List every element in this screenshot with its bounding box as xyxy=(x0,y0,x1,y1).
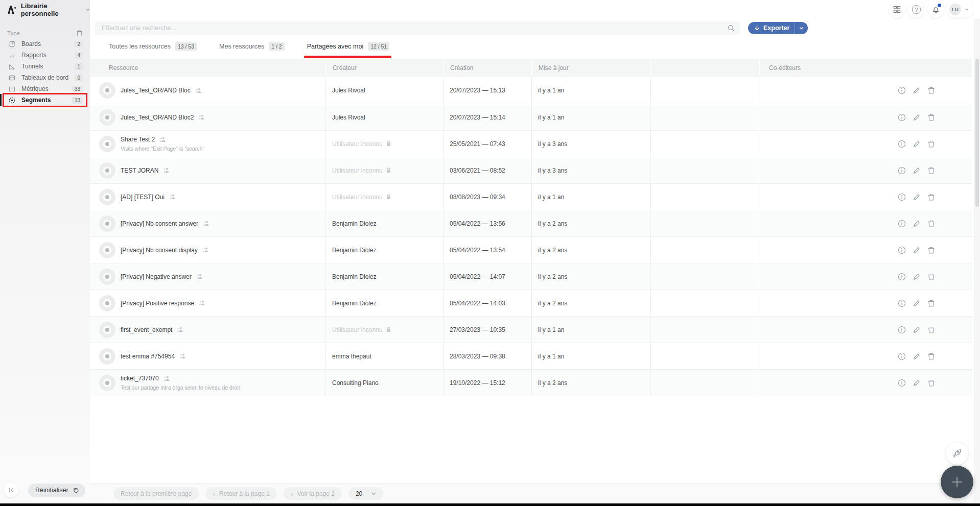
table-row[interactable]: test emma #754954 emma thepaut 28/03/202… xyxy=(90,343,972,369)
table-row[interactable]: [AD] [TEST] Oui Utilisateur inconnu 08/0… xyxy=(90,183,972,210)
delete-trash-icon[interactable] xyxy=(927,246,935,254)
info-icon[interactable] xyxy=(898,140,906,148)
info-icon[interactable] xyxy=(898,273,906,281)
search-bar[interactable] xyxy=(95,21,740,35)
delete-trash-icon[interactable] xyxy=(927,220,935,228)
clear-filter-trash-icon[interactable] xyxy=(76,30,83,37)
resource-name: [Privacy] Nb consent display xyxy=(121,247,198,254)
tab-partagees-avec-moi[interactable]: Partagées avec moi 12 / 51 xyxy=(307,42,390,52)
first-page-button[interactable]: Retour à la première page xyxy=(113,487,199,500)
page-size-value: 20 xyxy=(356,490,367,497)
delete-trash-icon[interactable] xyxy=(927,273,935,281)
resource-name: Jules_Test_OR/AND Bloc2 xyxy=(121,114,194,121)
table-row[interactable]: Share Test 2 Visits where "Exit Page" is… xyxy=(90,130,972,157)
edit-pencil-icon[interactable] xyxy=(913,113,921,122)
table-row[interactable]: TEST JORAN Utilisateur inconnu 03/06/202… xyxy=(90,157,972,183)
sidebar-item-rapports[interactable]: Rapports 4 xyxy=(0,50,90,61)
scrollbar-thumb[interactable] xyxy=(975,59,979,207)
lock-icon xyxy=(386,141,391,147)
table-row[interactable]: Jules_Test_OR/AND Bloc2 Jules Rivoal 20/… xyxy=(90,104,972,130)
edit-pencil-icon[interactable] xyxy=(913,273,921,281)
count-badge: 1 xyxy=(75,63,83,70)
column-header-coeditors: Co-éditeurs xyxy=(759,59,972,77)
edit-pencil-icon[interactable] xyxy=(913,326,921,334)
resource-name: ticket_737070 xyxy=(121,375,159,382)
help-button[interactable]: ? xyxy=(908,1,925,18)
creation-date-cell: 19/10/2022 — 15:12 xyxy=(443,370,531,396)
dashboard-icon xyxy=(8,74,16,82)
export-options-button[interactable] xyxy=(795,22,808,34)
table-row[interactable]: Jules_Test_OR/AND Bloc Jules Rivoal 20/0… xyxy=(90,77,972,104)
sidebar-item-metriques[interactable]: Métriques 33 xyxy=(0,83,90,94)
segment-icon xyxy=(99,348,115,365)
resource-cell: test emma #754954 xyxy=(90,343,325,369)
reset-filters-button[interactable]: Réinitialiser xyxy=(28,484,85,497)
chevron-down-icon xyxy=(965,8,969,11)
sidebar-item-tableaux-de-bord[interactable]: Tableaux de bord 0 xyxy=(0,72,90,83)
info-icon[interactable] xyxy=(898,299,906,307)
info-icon[interactable] xyxy=(898,352,906,360)
edit-pencil-icon[interactable] xyxy=(913,86,921,94)
table-header: Ressource Créateur Création Mise à jour … xyxy=(90,59,972,77)
page-size-select[interactable]: 20 xyxy=(348,487,383,500)
info-icon[interactable] xyxy=(898,166,906,175)
previous-page-button[interactable]: ‹ Retour à la page 1 xyxy=(205,487,276,500)
edit-pencil-icon[interactable] xyxy=(913,166,921,175)
collapse-sidebar-button[interactable] xyxy=(4,483,18,497)
spacer-cell xyxy=(650,263,759,290)
updated-cell: il y a 2 ans xyxy=(531,370,650,396)
table-row[interactable]: [Privacy] Nb consent answer Benjamin Dio… xyxy=(90,210,972,236)
export-button[interactable]: Exporter xyxy=(748,22,795,34)
apps-grid-button[interactable] xyxy=(889,1,905,18)
chevron-down-icon xyxy=(371,492,376,495)
delete-trash-icon[interactable] xyxy=(927,113,935,122)
vertical-scrollbar[interactable] xyxy=(974,19,980,501)
search-input[interactable] xyxy=(102,25,728,32)
edit-pencil-icon[interactable] xyxy=(913,193,921,201)
updated-cell: il y a 2 ans xyxy=(531,290,650,316)
info-icon[interactable] xyxy=(898,379,906,387)
table-row[interactable]: first_event_exempt Utilisateur inconnu 2… xyxy=(90,316,972,343)
creation-date-cell: 28/03/2023 — 09:38 xyxy=(443,343,531,369)
delete-trash-icon[interactable] xyxy=(927,326,935,334)
table-row[interactable]: [Privacy] Negative answer Benjamin Diole… xyxy=(90,263,972,290)
creation-date-cell: 20/07/2023 — 15:14 xyxy=(443,104,531,130)
delete-trash-icon[interactable] xyxy=(927,166,935,175)
delete-trash-icon[interactable] xyxy=(927,140,935,148)
sidebar-item-segments[interactable]: Segments 13 xyxy=(0,94,90,106)
notifications-button[interactable] xyxy=(927,1,944,18)
feedback-rocket-button[interactable] xyxy=(946,442,968,465)
table-row[interactable]: ticket_737070 Test sur partage intra org… xyxy=(90,369,972,396)
resource-cell: Jules_Test_OR/AND Bloc xyxy=(90,77,325,104)
info-icon[interactable] xyxy=(898,113,906,122)
sidebar-item-boards[interactable]: Boards 2 xyxy=(0,38,90,50)
info-icon[interactable] xyxy=(898,220,906,228)
user-menu[interactable]: LU xyxy=(947,2,974,18)
tab-toutes-les-ressources[interactable]: Toutes les ressources 13 / 53 xyxy=(109,42,197,52)
table-row[interactable]: [Privacy] Positive response Benjamin Dio… xyxy=(90,290,972,316)
edit-pencil-icon[interactable] xyxy=(913,246,921,254)
info-icon[interactable] xyxy=(898,193,906,201)
row-actions xyxy=(898,326,935,334)
create-resource-button[interactable] xyxy=(941,466,973,498)
table-row[interactable]: [Privacy] Nb consent display Benjamin Di… xyxy=(90,236,972,263)
workspace-switcher[interactable]: Librairie personnelle xyxy=(0,0,90,19)
spacer-cell xyxy=(650,210,759,236)
info-icon[interactable] xyxy=(898,326,906,334)
delete-trash-icon[interactable] xyxy=(927,299,935,307)
sidebar-item-tunnels[interactable]: Tunnels 1 xyxy=(0,61,90,72)
delete-trash-icon[interactable] xyxy=(927,86,935,94)
edit-pencil-icon[interactable] xyxy=(913,379,921,387)
edit-pencil-icon[interactable] xyxy=(913,140,921,148)
edit-pencil-icon[interactable] xyxy=(913,220,921,228)
info-icon[interactable] xyxy=(898,86,906,94)
resource-cell: first_event_exempt xyxy=(90,317,325,343)
edit-pencil-icon[interactable] xyxy=(913,299,921,307)
delete-trash-icon[interactable] xyxy=(927,352,935,360)
delete-trash-icon[interactable] xyxy=(927,193,935,201)
delete-trash-icon[interactable] xyxy=(927,379,935,387)
next-page-button[interactable]: › Voir la page 2 xyxy=(284,487,342,500)
tab-mes-ressources[interactable]: Mes ressources 1 / 2 xyxy=(219,42,285,52)
info-icon[interactable] xyxy=(898,246,906,254)
edit-pencil-icon[interactable] xyxy=(913,352,921,360)
